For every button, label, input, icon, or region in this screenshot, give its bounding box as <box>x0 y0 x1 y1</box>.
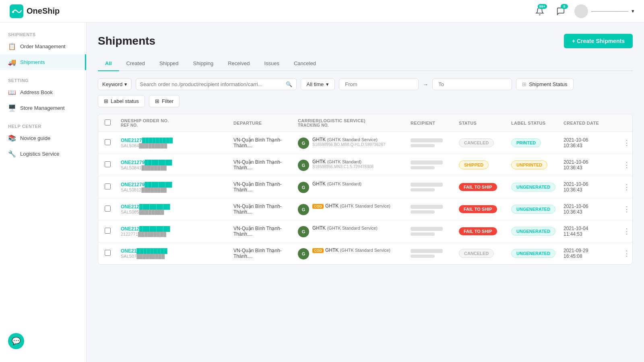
sidebar-item-address-book[interactable]: 📖 Address Book <box>0 84 86 100</box>
row-checkbox-2 <box>105 183 121 191</box>
carrier-info: GHTK (GHTK Standard) S16598956.MN3.C1.5.… <box>312 159 374 169</box>
carrier-cell: G GHTK (GHTK Standard Service) <box>298 225 411 237</box>
sidebar-label-logistics-service: Logistics Service <box>20 151 60 157</box>
label-status-cell: UNGENERATED <box>511 227 564 236</box>
tab-created[interactable]: Created <box>119 56 152 71</box>
table-body: ONE2127█████████ SAL5084█████████ VN-Quậ… <box>98 132 632 264</box>
tab-shipping[interactable]: Shipping <box>186 56 221 71</box>
recipient-cell <box>411 227 459 236</box>
departure-cell: VN-Quận Bình Thạnh-Thành.... <box>233 226 298 237</box>
alltime-select[interactable]: All time ▾ <box>301 78 335 90</box>
label-status-badge: UNGENERATED <box>511 183 555 191</box>
sidebar-item-shipments[interactable]: 🚚 Shipments <box>0 54 86 70</box>
sidebar-item-novice-guide[interactable]: 📚 Novice guide <box>0 130 86 146</box>
from-date-input[interactable] <box>339 78 419 90</box>
sidebar-item-order-management[interactable]: 📋 Order Management <box>0 39 86 54</box>
keyword-select[interactable]: Keyword ▾ <box>98 78 132 90</box>
status-cell: CANCELED <box>459 138 511 147</box>
recipient-cell <box>411 249 459 258</box>
recipient-detail-blur <box>411 232 435 236</box>
row-order-info-5: ONE21█████████ SAL507█████████ <box>121 248 233 259</box>
chat-button[interactable]: 💬 <box>8 333 24 349</box>
order-id[interactable]: ONE212█████████ <box>121 204 233 210</box>
carrier-cell: G GHTK (GHTK Standard) S16598956.MN3.C1.… <box>298 159 411 171</box>
tab-received[interactable]: Received <box>221 56 257 71</box>
create-shipments-button[interactable]: + Create Shipments <box>564 34 633 48</box>
row-order-info-4: ONE212█████████ 2122771█████████ <box>121 226 233 237</box>
table-row: ONE21█████████ SAL507█████████ VN-Quận B… <box>98 243 632 264</box>
status-cell: FAIL TO SHIP <box>459 227 511 235</box>
sidebar-label-store-management: Store Management <box>20 105 65 111</box>
sidebar-label-novice-guide: Novice guide <box>20 135 50 141</box>
more-actions-button[interactable]: ⋮ <box>620 247 633 259</box>
sidebar: SHIPMENTS 📋 Order Management 🚚 Shipments… <box>0 23 87 362</box>
created-date-cell: 2021-10-06 10:36:43 <box>564 204 620 215</box>
to-date-input[interactable] <box>432 78 512 90</box>
tab-shipped[interactable]: Shipped <box>152 56 186 71</box>
message-button[interactable]: 6 <box>553 4 568 19</box>
top-bar: OneShip 99+ 6 ────────── ▾ <box>0 0 644 23</box>
notification-button[interactable]: 99+ <box>533 4 547 19</box>
label-status-cell: UNPRINTED <box>511 160 564 169</box>
tab-all[interactable]: All <box>98 56 119 71</box>
label-status-filter-icon: ⊞ <box>104 98 108 104</box>
departure-cell: VN-Quận Bình Thạnh-Thành.... <box>233 159 298 171</box>
more-actions-button[interactable]: ⋮ <box>620 159 633 171</box>
search-icon[interactable]: 🔍 <box>286 81 292 87</box>
message-badge: 6 <box>561 4 568 9</box>
recipient-detail-blur <box>411 166 435 169</box>
order-id[interactable]: ONE212█████████ <box>121 226 233 232</box>
carrier-info: GHTK (GHTK Standard Service) S16598956.B… <box>312 137 385 147</box>
label-status-badge: UNGENERATED <box>511 205 555 214</box>
status-badge: SHIPPED <box>459 160 489 169</box>
actions-cell: ⋮ <box>620 203 633 215</box>
filter-button[interactable]: ⊞ Filter <box>149 95 180 107</box>
order-id[interactable]: ONE2127█████████ <box>121 138 233 143</box>
carrier-cell: G GHTK (GHTK Standard Service) S16598956… <box>298 137 411 149</box>
order-id[interactable]: ONE21279████████ <box>121 182 233 187</box>
carrier-avatar: G <box>298 204 309 215</box>
svg-point-1 <box>12 11 14 13</box>
created-date-cell: 2021-10-06 10:36:43 <box>564 159 620 171</box>
more-actions-button[interactable]: ⋮ <box>620 203 633 215</box>
row-checkbox[interactable] <box>105 228 111 234</box>
row-checkbox[interactable] <box>105 161 111 167</box>
alltime-label: All time <box>307 81 324 87</box>
sidebar-section-setting: SETTING <box>0 75 86 84</box>
avatar-area[interactable]: ────────── ▾ <box>574 4 634 18</box>
tab-canceled[interactable]: Canceled <box>287 56 323 71</box>
label-status-button[interactable]: ⊞ Label status <box>98 95 145 107</box>
shipment-status-button[interactable]: ⊞ Shipment Status <box>516 78 573 90</box>
more-actions-button[interactable]: ⋮ <box>620 225 633 237</box>
status-cell: SHIPPED <box>459 160 511 169</box>
th-carrier: CARRIER(Logistic Service) Tracking no. <box>298 118 411 128</box>
more-actions-button[interactable]: ⋮ <box>620 137 633 149</box>
sidebar-item-store-management[interactable]: 🖥️ Store Management <box>0 100 86 116</box>
th-recipient: RECIPIENT <box>411 121 459 125</box>
row-checkbox[interactable] <box>105 183 111 189</box>
carrier-avatar: G <box>298 160 309 171</box>
more-actions-button[interactable]: ⋮ <box>620 181 633 193</box>
row-order-info-1: ONE21279████████ SAL50841████████ <box>121 160 233 170</box>
order-id[interactable]: ONE21279████████ <box>121 160 233 165</box>
row-checkbox[interactable] <box>105 206 111 212</box>
order-id[interactable]: ONE21█████████ <box>121 248 233 254</box>
sidebar-item-logistics-service[interactable]: 🔧 Logistics Service <box>0 146 86 162</box>
select-all-checkbox[interactable] <box>105 119 111 125</box>
filter-row-1: Keyword ▾ 🔍 All time ▾ → ⊞ Shipment Stat… <box>98 78 633 90</box>
label-status-cell: UNGENERATED <box>511 249 564 258</box>
tab-issues[interactable]: Issues <box>257 56 287 71</box>
carrier-name: GHTK (GHTK Standard Service) <box>312 225 378 231</box>
tracking-number: S16598956.BO.MB8.Q-H1.D.599736287 <box>312 142 385 147</box>
ref-no: SAL5084█████████ <box>121 143 233 148</box>
carrier-avatar: G <box>298 226 309 237</box>
row-checkbox-4 <box>105 228 121 235</box>
status-cell: CANCELED <box>459 249 511 258</box>
row-checkbox[interactable] <box>105 139 111 145</box>
status-badge: CANCELED <box>459 249 494 258</box>
topbar-right: 99+ 6 ────────── ▾ <box>533 4 634 19</box>
row-checkbox-3 <box>105 206 121 213</box>
search-input[interactable] <box>140 81 283 87</box>
recipient-cell <box>411 160 459 169</box>
row-checkbox[interactable] <box>105 250 111 256</box>
